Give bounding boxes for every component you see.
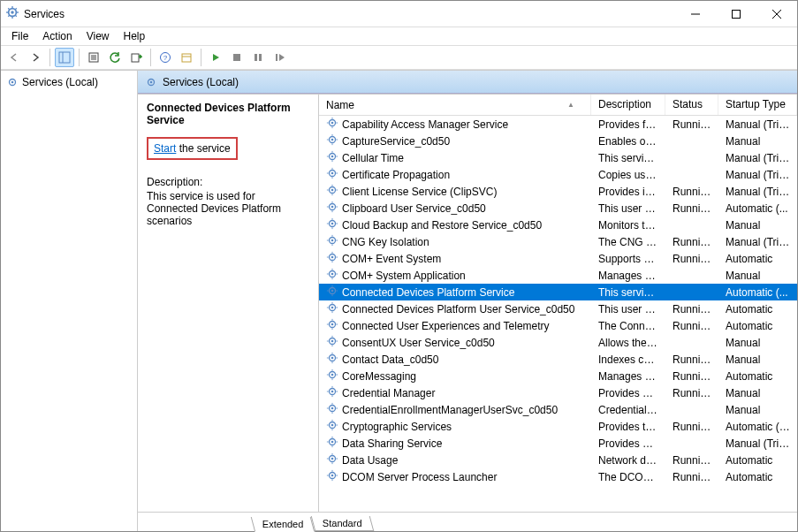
service-row[interactable]: Cloud Backup and Restore Service_c0d50Mo… <box>319 217 797 233</box>
start-service-highlight: Start the service <box>147 137 238 160</box>
maximize-button[interactable] <box>716 1 756 27</box>
svg-line-7 <box>15 15 17 17</box>
service-status-cell: Running <box>665 118 718 131</box>
svg-rect-23 <box>182 54 191 62</box>
gear-icon <box>326 385 338 400</box>
menu-help[interactable]: Help <box>118 28 151 44</box>
service-row[interactable]: CredentialEnrollmentManagerUserSvc_c0d50… <box>319 401 797 418</box>
service-row[interactable]: Cryptographic ServicesProvides thr...Run… <box>319 418 797 435</box>
service-startup-cell: Manual <box>718 337 797 349</box>
service-row[interactable]: ConsentUX User Service_c0d50Allows the s… <box>319 334 797 351</box>
service-row[interactable]: DCOM Server Process LauncherThe DCOMl...… <box>319 468 797 485</box>
service-startup-cell: Manual <box>718 404 797 416</box>
sort-asc-icon: ▲ <box>567 101 574 109</box>
service-row[interactable]: COM+ System ApplicationManages th...Manu… <box>319 267 797 284</box>
menubar: File Action View Help <box>1 27 797 45</box>
help-button[interactable]: ? <box>156 48 175 67</box>
calendar-button[interactable] <box>177 48 196 67</box>
menu-action[interactable]: Action <box>37 28 77 44</box>
service-row[interactable]: Client License Service (ClipSVC)Provides… <box>319 183 797 200</box>
gear-icon <box>326 285 338 300</box>
service-name-cell: Credential Manager <box>319 385 591 400</box>
service-row[interactable]: CaptureService_c0d50Enables opti...Manua… <box>319 133 797 149</box>
service-row[interactable]: Clipboard User Service_c0d50This user se… <box>319 200 797 217</box>
service-row[interactable]: Data Sharing ServiceProvides da...Manual… <box>319 435 797 452</box>
close-button[interactable] <box>756 1 797 27</box>
gear-icon <box>326 268 338 283</box>
menu-view[interactable]: View <box>81 28 115 44</box>
description-label: Description: <box>147 176 309 188</box>
service-startup-cell: Manual (Trig... <box>718 186 797 198</box>
show-tree-button[interactable] <box>55 48 74 67</box>
gear-icon <box>326 133 338 148</box>
svg-point-142 <box>331 424 334 427</box>
stop-service-button[interactable] <box>227 48 247 67</box>
gear-icon <box>326 452 338 467</box>
tree-pane[interactable]: Services (Local) <box>1 71 138 531</box>
service-startup-cell: Manual <box>718 135 797 148</box>
export-button[interactable] <box>126 48 146 67</box>
view-tabs: Extended Standard <box>138 512 797 531</box>
minimize-button[interactable] <box>675 1 716 27</box>
service-row[interactable]: CoreMessagingManages co...RunningAutomat… <box>319 368 797 384</box>
tree-node-label: Services (Local) <box>22 76 98 88</box>
gear-icon <box>326 352 338 367</box>
start-service-suffix: the service <box>176 142 230 155</box>
start-service-link[interactable]: Start <box>154 142 176 155</box>
tab-standard[interactable]: Standard <box>311 516 374 531</box>
svg-line-6 <box>8 8 10 10</box>
svg-point-94 <box>331 290 334 293</box>
menu-file[interactable]: File <box>6 28 34 44</box>
service-name-cell: Cloud Backup and Restore Service_c0d50 <box>319 217 591 232</box>
service-startup-cell: Manual (Trig... <box>718 118 797 131</box>
service-row[interactable]: Capability Access Manager ServiceProvide… <box>319 116 797 133</box>
back-button[interactable] <box>4 48 24 67</box>
restart-service-button[interactable] <box>270 48 289 67</box>
properties-button[interactable] <box>84 48 103 67</box>
col-header-name[interactable]: Name▲ <box>319 95 591 115</box>
service-startup-cell: Manual (Trig... <box>718 236 797 248</box>
services-rows[interactable]: Capability Access Manager ServiceProvide… <box>319 116 797 512</box>
col-header-startup[interactable]: Startup Type <box>718 95 797 115</box>
col-header-status[interactable]: Status <box>665 95 718 115</box>
pause-service-button[interactable] <box>248 48 268 67</box>
service-startup-cell: Manual <box>718 353 797 366</box>
service-row[interactable]: Connected Devices Platform ServiceThis s… <box>319 284 797 300</box>
titlebar[interactable]: Services <box>1 1 797 27</box>
content-header-title: Services (Local) <box>163 76 239 88</box>
service-name-cell: COM+ Event System <box>319 251 591 266</box>
svg-point-112 <box>331 340 334 343</box>
service-row[interactable]: Cellular TimeThis service ...Manual (Tri… <box>319 149 797 166</box>
window-title: Services <box>24 8 675 20</box>
gear-icon <box>326 419 338 434</box>
service-row[interactable]: Data UsageNetwork da...RunningAutomatic <box>319 452 797 468</box>
service-row[interactable]: Certificate PropagationCopies user ...Ma… <box>319 166 797 183</box>
tab-extended[interactable]: Extended <box>251 517 315 532</box>
service-row[interactable]: Contact Data_c0d50Indexes con...RunningM… <box>319 351 797 368</box>
svg-text:?: ? <box>163 54 168 62</box>
service-status-cell: Running <box>665 471 718 483</box>
tree-node-services-local[interactable]: Services (Local) <box>1 74 137 90</box>
service-desc-cell: The DCOMl... <box>591 471 665 483</box>
service-desc-cell: Copies user ... <box>591 169 665 181</box>
svg-point-40 <box>331 139 334 141</box>
service-name-cell: CNG Key Isolation <box>319 234 591 249</box>
forward-button[interactable] <box>26 48 45 67</box>
service-desc-cell: Manages th... <box>591 270 665 282</box>
service-row[interactable]: Connected Devices Platform User Service_… <box>319 300 797 317</box>
refresh-button[interactable] <box>105 48 125 67</box>
gear-icon <box>326 335 338 350</box>
service-startup-cell: Automatic <box>718 471 797 483</box>
service-desc-cell: Monitors th... <box>591 219 665 232</box>
separator <box>79 49 80 66</box>
service-row[interactable]: Connected User Experiences and Telemetry… <box>319 317 797 334</box>
service-row[interactable]: Credential ManagerProvides se...RunningM… <box>319 384 797 401</box>
service-status-cell: Running <box>665 253 718 265</box>
start-service-button[interactable] <box>206 48 225 67</box>
service-desc-cell: This service ... <box>591 286 665 299</box>
service-status-cell: Running <box>665 186 718 198</box>
service-row[interactable]: COM+ Event SystemSupports Sy...RunningAu… <box>319 250 797 267</box>
service-row[interactable]: CNG Key IsolationThe CNG ke...RunningMan… <box>319 233 797 250</box>
col-header-description[interactable]: Description <box>591 95 665 115</box>
service-desc-cell: Manages co... <box>591 370 665 383</box>
